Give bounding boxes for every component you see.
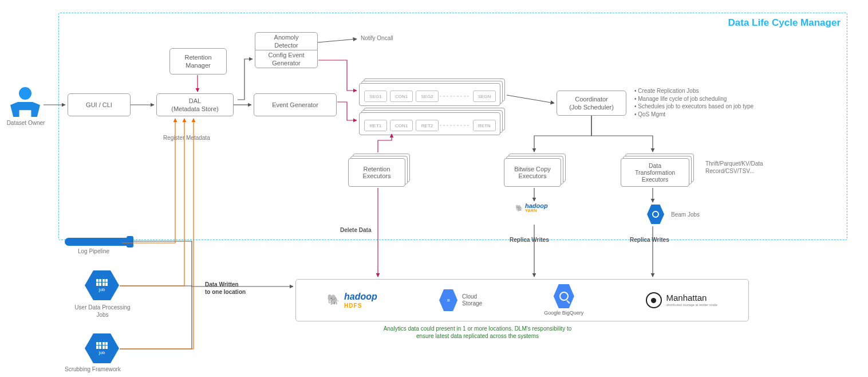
seg2-chip: SEG2 [416, 91, 439, 102]
dataset-owner-label: Dataset Owner [6, 119, 46, 127]
manhattan-icon: Manhattandistributed storage at twitter … [646, 292, 717, 308]
replica-writes-2-label: Replica Writes [630, 236, 669, 244]
replica-writes-1-label: Replica Writes [510, 236, 549, 244]
retention-manager-box: Retention Manager [169, 48, 227, 74]
footnote-label: Analytics data could present in 1 or mor… [334, 325, 621, 340]
ret2-chip: RET2 [416, 120, 439, 131]
scrubbing-framework-label: Scrubbing Framework [65, 366, 121, 373]
user-jobs-hexagon-icon: job [85, 270, 119, 300]
bigquery-icon: Google BigQuery [544, 284, 583, 316]
storage-systems-container: 🐘 hadoop HDFS ≡ Cloud Storage Google Big… [295, 279, 749, 321]
beam-jobs-label: Beam Jobs [671, 211, 700, 218]
log-pipeline-icon [65, 238, 128, 246]
gui-cli-box: GUI / CLI [68, 93, 131, 116]
con1b-chip: CON1 [390, 120, 413, 131]
con1-chip: CON1 [390, 91, 413, 102]
ret1-chip: RET1 [364, 120, 387, 131]
anomaly-detector-box: Anomoly Detector [255, 32, 318, 50]
bitwise-exec-stack: Bitwise Copy Executors [504, 154, 566, 187]
hadoop-hdfs-icon: 🐘 hadoop HDFS [327, 291, 377, 309]
event-generator-box: Event Generator [254, 93, 337, 116]
data-transform-exec-stack: Data Transformation Executors [621, 154, 694, 187]
diagram-title: Data Life Cycle Manager [728, 17, 841, 29]
segn-chip: SEGN [473, 91, 496, 102]
coordinator-bullets: • Create Replication Jobs• Manage life c… [634, 87, 783, 118]
dataset-owner-icon [10, 87, 40, 117]
gcs-icon: ≡ Cloud Storage [439, 289, 482, 311]
coordinator-box: Coordinator (Job Scheduler) [557, 91, 626, 116]
delete-data-label: Delete Data [340, 226, 371, 234]
thrift-label: Thrift/Parquet/KV/Data Record/CSV/TSV... [705, 160, 763, 175]
hadoop-yarn-icon: 🐘 hadoop YARN [515, 203, 548, 213]
retention-exec-stack: Retention Executors [348, 154, 410, 187]
notify-oncall-label: Notify Oncall [361, 34, 393, 42]
retn-chip: RETN [473, 120, 496, 131]
config-event-gen-box: Config Event Generator [255, 50, 318, 68]
scrubbing-hexagon-icon: job [85, 333, 119, 363]
log-pipeline-label: Log Pipeline [78, 248, 109, 255]
user-jobs-label: User Data Processing Jobs [66, 304, 139, 319]
data-written-label: Data Written to one location [205, 281, 246, 296]
dal-box: DAL (Metadata Store) [156, 93, 234, 116]
register-metadata-label: Register Metadata [163, 134, 210, 142]
seg1-chip: SEG1 [364, 91, 387, 102]
